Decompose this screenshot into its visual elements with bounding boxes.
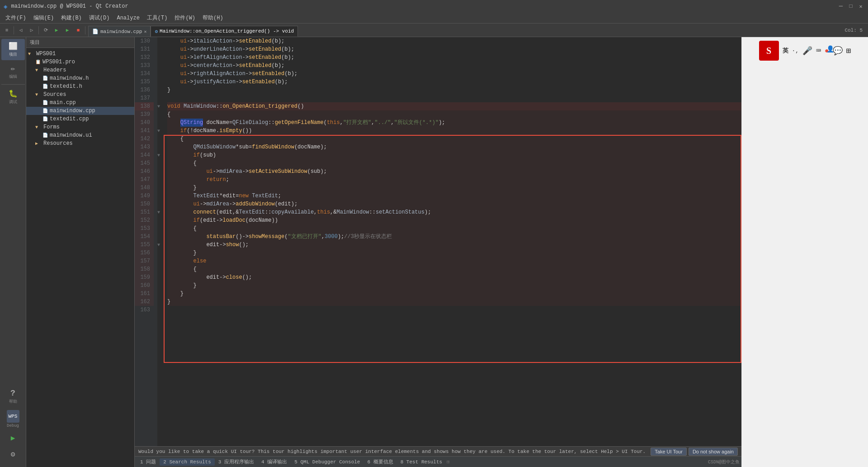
menu-analyze[interactable]: Analyze xyxy=(113,14,143,22)
code-editor[interactable]: ui->italicAction->setEnabled(b); ui->und… xyxy=(164,37,741,446)
code-line-154: statusBar()->showMessage("文档已打开",3000);/… xyxy=(167,233,741,241)
code-line-152: if(edit->loadDoc(docName)) xyxy=(167,216,741,224)
left-icon-settings[interactable]: ⚙ xyxy=(1,447,25,462)
tab-qml-debug-label: 5 QML Debugger Console xyxy=(294,459,360,465)
menu-debug[interactable]: 调试(D) xyxy=(85,13,113,23)
col-indicator: Col: 5 xyxy=(844,28,866,33)
tab-search-results[interactable]: 2 Search Results xyxy=(160,458,215,466)
tab-compile[interactable]: 4 编译输出 xyxy=(258,457,291,466)
tab-problems[interactable]: 1 问题 xyxy=(137,457,160,466)
tree-item-textedit-cpp[interactable]: 📄 textedit.cpp xyxy=(26,115,134,123)
menu-tools[interactable]: 工具(T) xyxy=(143,13,171,23)
tree-label: WPS001.pro xyxy=(42,59,75,65)
line-num-145: 145 xyxy=(135,159,154,167)
code-line-143: QMdiSubWindow*sub=findSubWindow(docName)… xyxy=(167,143,741,151)
line-numbers: 130 131 132 133 134 135 136 137 138 139 … xyxy=(135,37,157,446)
tree-item-wps001[interactable]: ▼ WPS001 xyxy=(26,50,134,58)
tab-problems-label: 1 问题 xyxy=(140,459,156,465)
tree-item-forms[interactable]: ▼ Forms xyxy=(26,123,134,131)
close-button[interactable]: ✕ xyxy=(857,3,864,10)
wps-grid-icon[interactable]: ⊞ xyxy=(846,46,851,56)
code-line-159: edit->close(); xyxy=(167,273,741,281)
left-icon-debug[interactable]: 🐛 调试 xyxy=(1,86,25,108)
line-num-163: 163 xyxy=(135,306,154,314)
line-num-148: 148 xyxy=(135,184,154,192)
fold-144[interactable]: ▼ xyxy=(157,151,164,159)
code-container[interactable]: 130 131 132 133 134 135 136 137 138 139 … xyxy=(135,37,741,446)
tab-close-1[interactable]: ✕ xyxy=(144,29,146,34)
wps-icon[interactable]: WPS xyxy=(7,410,19,423)
fold-markers: ▼ ▼ ▼ ▼ xyxy=(157,37,164,446)
wps-logo[interactable]: S xyxy=(759,41,779,61)
toolbar-build-btn[interactable]: ⟳ xyxy=(41,25,51,35)
wps-keyboard-icon[interactable]: ⌨ xyxy=(816,46,821,56)
line-num-130: 130 xyxy=(135,37,154,45)
tree-item-mainwindow-cpp[interactable]: 📄 mainwindow.cpp xyxy=(26,107,134,115)
pro-file-icon: 📋 xyxy=(35,59,42,65)
tree-item-headers[interactable]: ▼ Headers xyxy=(26,66,134,74)
left-icon-project[interactable]: ⬜ 项目 xyxy=(1,39,25,60)
tab-app-output[interactable]: 3 应用程序输出 xyxy=(215,457,258,466)
tree-label: mainwindow.cpp xyxy=(50,108,95,114)
file-tree: ▼ WPS001 📋 WPS001.pro ▼ Headers 📄 mainwi… xyxy=(26,48,134,467)
tree-item-mainwindow-ui[interactable]: 📄 mainwindow.ui xyxy=(26,131,134,139)
menu-edit[interactable]: 编辑(E) xyxy=(30,13,58,23)
minimize-button[interactable]: ─ xyxy=(837,3,844,10)
menu-build[interactable]: 构建(B) xyxy=(57,13,85,23)
menu-widgets[interactable]: 控件(W) xyxy=(171,13,199,23)
line-num-156: 156 xyxy=(135,249,154,257)
code-line-160: } xyxy=(167,281,741,290)
code-line-136: } xyxy=(167,86,741,94)
menu-help[interactable]: 帮助(H) xyxy=(199,13,227,23)
toolbar-run-btn[interactable]: ▶ xyxy=(52,25,61,35)
tree-item-sources[interactable]: ▼ Sources xyxy=(26,91,134,99)
tab-text-1: mainwindow.cpp xyxy=(100,29,142,34)
fold-157[interactable]: ▼ xyxy=(157,241,164,249)
line-num-139: 139 xyxy=(135,110,154,119)
toolbar-sep1 xyxy=(14,26,14,34)
outer-left-panel: ⬜ 项目 ✏ 编辑 🐛 调试 ? 帮助 WPS Debug xyxy=(0,37,26,467)
code-line-146: ui->mdiArea->setActiveSubWindow(sub); xyxy=(167,167,741,176)
tree-item-resources[interactable]: ▶ Resources xyxy=(26,139,134,148)
left-icon-edit[interactable]: ✏ 编辑 xyxy=(1,61,25,82)
wps001-label: WPS Debug xyxy=(6,409,20,429)
tab-qml-debug[interactable]: 5 QML Debugger Console xyxy=(291,458,363,466)
tab-function[interactable]: ⚙ MainWindow::on_OpenAction_triggered() … xyxy=(151,26,298,37)
no-thanks-button[interactable]: Do not show again xyxy=(689,448,738,456)
wps-user-icon[interactable]: ● 👤 xyxy=(825,46,829,55)
wps-mic-icon[interactable]: 🎤 xyxy=(802,46,812,56)
tab-test-results[interactable]: 8 Test Results xyxy=(397,458,446,466)
fold-152[interactable]: ▼ xyxy=(157,208,164,216)
toolbar-menu-btn[interactable]: ≡ xyxy=(2,25,12,35)
tree-item-main-cpp[interactable]: 📄 main.cpp xyxy=(26,99,134,107)
maximize-button[interactable]: □ xyxy=(847,3,854,10)
folder-icon-resources: ▶ xyxy=(35,141,42,146)
fold-141[interactable]: ▼ xyxy=(157,127,164,135)
tree-label: main.cpp xyxy=(50,100,76,106)
menu-file[interactable]: 文件(F) xyxy=(2,13,30,23)
toolbar-back-btn[interactable]: ◁ xyxy=(16,25,26,35)
toolbar-debug-run-btn[interactable]: ▶ xyxy=(62,25,72,35)
tab-sep: ⊞ xyxy=(447,459,450,465)
line-num-140: 140 xyxy=(135,119,154,127)
fold-138[interactable]: ▼ xyxy=(157,102,164,110)
tree-item-textedit-h[interactable]: 📄 textedit.h xyxy=(26,82,134,91)
code-line-134: ui->rightAlignAction->setEnabled(b); xyxy=(167,70,741,78)
tab-general-msg[interactable]: 6 概要信息 xyxy=(363,457,396,466)
line-num-133: 133 xyxy=(135,62,154,70)
folder-icon: ▼ xyxy=(35,92,42,97)
statusbar: Would you like to take a quick UI tour? … xyxy=(135,446,741,456)
toolbar-fwd-btn[interactable]: ▷ xyxy=(27,25,37,35)
left-icon-help[interactable]: ? 帮助 xyxy=(1,386,25,407)
left-icon-play[interactable]: ▶ xyxy=(1,431,25,445)
toolbar-stop-btn[interactable]: ■ xyxy=(73,25,83,35)
folder-icon: ▼ xyxy=(35,68,42,73)
tree-label: Resources xyxy=(43,140,73,147)
take-tour-button[interactable]: Take UI Tour xyxy=(651,448,687,456)
line-num-143: 143 xyxy=(135,143,154,151)
tree-item-mainwindow-h[interactable]: 📄 mainwindow.h xyxy=(26,74,134,82)
tab-mainwindow-cpp[interactable]: 📄 mainwindow.cpp ✕ xyxy=(88,26,151,37)
tree-item-pro[interactable]: 📋 WPS001.pro xyxy=(26,58,134,66)
line-num-135: 135 xyxy=(135,78,154,86)
settings-icon: ⚙ xyxy=(11,450,15,459)
